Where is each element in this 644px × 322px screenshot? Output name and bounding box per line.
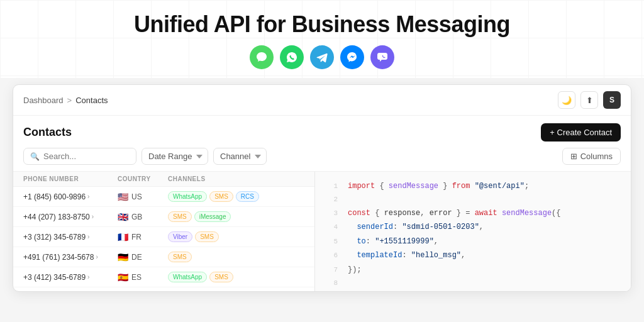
phone-number: +491 (761) 234-5678	[23, 253, 94, 262]
table-row[interactable]: +3 (312) 345-6789 ›🇫🇷FRViberSMS	[13, 227, 314, 247]
viber-icon	[370, 45, 394, 69]
code-content: senderId: "sdmid-0501-0203",	[348, 221, 484, 233]
line-number: 2	[325, 194, 338, 206]
flag-icon: 🇪🇸	[118, 272, 128, 282]
code-line: 5 to: "+1551119999",	[315, 235, 631, 248]
table-row[interactable]: +91 (987) 654-3210 ›🇮🇳INSMSWhatsAppViber	[13, 287, 314, 292]
col-phone: PHONE NUMBER	[23, 175, 118, 182]
country-cell: 🇩🇪DE	[118, 252, 168, 262]
table-header: PHONE NUMBER COUNTRY CHANNELS	[13, 172, 314, 187]
date-range-select[interactable]: Date Range	[142, 148, 208, 165]
breadcrumb-separator: >	[67, 96, 72, 105]
columns-button[interactable]: ⊞ Columns	[562, 148, 621, 165]
flag-icon: 🇺🇸	[118, 192, 128, 202]
code-line: 1import { sendMessage } from "@sent/api"…	[315, 179, 631, 193]
country-code: ES	[131, 273, 142, 282]
line-number: 8	[325, 277, 338, 289]
code-content: });	[348, 264, 362, 276]
channel-badge-viber: Viber	[168, 231, 192, 242]
table-row[interactable]: +1 (845) 600-9896 ›🇺🇸USWhatsAppSMSRCS	[13, 187, 314, 207]
country-code: US	[131, 192, 142, 201]
hero-section: Unified API for Business Messaging	[0, 0, 644, 78]
country-code: DE	[131, 253, 142, 262]
breadcrumb-actions: 🌙 ⬆ S	[558, 91, 621, 109]
channel-badge-sms: SMS	[168, 211, 192, 222]
export-button[interactable]: ⬆	[580, 91, 598, 109]
channel-badge-whatsapp: WhatsApp	[168, 272, 207, 282]
code-panel: 1import { sendMessage } from "@sent/api"…	[315, 172, 631, 292]
phone-number: +3 (312) 345-6789	[23, 233, 86, 242]
channel-icons	[0, 45, 644, 69]
phone-cell: +3 (412) 345-6789 ›	[23, 273, 118, 282]
channel-badge-sms: SMS	[168, 252, 192, 262]
search-icon: 🔍	[30, 152, 40, 161]
channels-cell: SMS	[168, 252, 281, 262]
country-cell: 🇪🇸ES	[118, 272, 168, 282]
flag-icon: 🇫🇷	[118, 232, 128, 242]
line-number: 3	[325, 208, 338, 219]
code-line: 6 templateId: "hello_msg",	[315, 248, 631, 262]
app-window: Dashboard > Contacts 🌙 ⬆ S Contacts + Cr…	[13, 84, 631, 292]
create-contact-button[interactable]: + Create Contact	[541, 123, 621, 142]
search-input[interactable]	[43, 152, 130, 161]
channels-cell: WhatsAppSMS	[168, 272, 281, 282]
col-channels: CHANNELS	[168, 175, 281, 182]
country-code: FR	[131, 233, 142, 242]
channel-badge-sms: SMS	[209, 272, 233, 282]
phone-cell: +3 (312) 345-6789 ›	[23, 233, 118, 242]
channels-cell: ViberSMS	[168, 231, 281, 242]
channel-select[interactable]: Channel	[213, 148, 267, 165]
table-row[interactable]: +491 (761) 234-5678 ›🇩🇪DESMS	[13, 247, 314, 267]
row-arrow: ›	[96, 253, 97, 260]
row-arrow: ›	[92, 213, 94, 220]
dark-mode-button[interactable]: 🌙	[558, 91, 575, 109]
phone-cell: +1 (845) 600-9896 ›	[23, 192, 118, 201]
phone-number: +3 (412) 345-6789	[23, 273, 86, 282]
table-row[interactable]: +44 (207) 183-8750 ›🇬🇧GBSMSiMessage	[13, 207, 314, 227]
flag-icon: 🇩🇪	[118, 252, 128, 262]
channel-badge-imessage: iMessage	[194, 211, 231, 222]
flag-icon: 🇬🇧	[118, 212, 128, 222]
line-number: 4	[325, 221, 338, 233]
imessage-icon	[250, 45, 274, 69]
country-cell: 🇺🇸US	[118, 192, 168, 202]
code-line: 2	[315, 193, 631, 206]
country-code: GB	[131, 213, 142, 221]
row-arrow: ›	[87, 233, 89, 240]
channel-badge-rcs: RCS	[236, 191, 259, 202]
columns-icon: ⊞	[570, 152, 577, 161]
contacts-table: PHONE NUMBER COUNTRY CHANNELS +1 (845) 6…	[13, 172, 315, 292]
line-number: 5	[325, 236, 338, 248]
channels-cell: WhatsAppSMSRCS	[168, 191, 281, 202]
code-content: to: "+1551119999",	[348, 235, 438, 248]
contacts-header: Contacts + Create Contact	[13, 116, 631, 148]
breadcrumb-home[interactable]: Dashboard	[23, 96, 64, 105]
code-line: 8	[315, 277, 631, 290]
breadcrumb-bar: Dashboard > Contacts 🌙 ⬆ S	[13, 85, 631, 116]
line-number: 6	[325, 250, 338, 262]
code-content: const { response, error } = await sendMe…	[348, 207, 561, 219]
main-content: PHONE NUMBER COUNTRY CHANNELS +1 (845) 6…	[13, 171, 631, 292]
hero-title: Unified API for Business Messaging	[0, 11, 644, 38]
channels-cell: SMSiMessage	[168, 211, 281, 222]
line-number: 1	[325, 180, 338, 192]
phone-number: +44 (207) 183-8750	[23, 213, 90, 221]
contacts-title: Contacts	[23, 126, 72, 139]
messenger-icon	[340, 45, 364, 69]
whatsapp-icon	[280, 45, 304, 69]
code-content: import { sendMessage } from "@sent/api";	[348, 180, 529, 192]
row-arrow: ›	[87, 274, 89, 280]
code-lines: 1import { sendMessage } from "@sent/api"…	[315, 179, 631, 290]
row-arrow: ›	[87, 193, 89, 200]
code-line: 4 senderId: "sdmid-0501-0203",	[315, 220, 631, 234]
columns-label: Columns	[580, 152, 613, 161]
breadcrumb: Dashboard > Contacts	[23, 96, 108, 105]
channel-badge-sms: SMS	[209, 191, 233, 202]
country-cell: 🇬🇧GB	[118, 212, 168, 222]
table-row[interactable]: +3 (412) 345-6789 ›🇪🇸ESWhatsAppSMS	[13, 267, 314, 287]
channel-badge-whatsapp: WhatsApp	[168, 191, 207, 202]
line-number: 7	[325, 264, 338, 276]
user-avatar[interactable]: S	[603, 91, 621, 109]
code-content: templateId: "hello_msg",	[348, 249, 465, 262]
phone-number: +1 (845) 600-9896	[23, 192, 86, 201]
